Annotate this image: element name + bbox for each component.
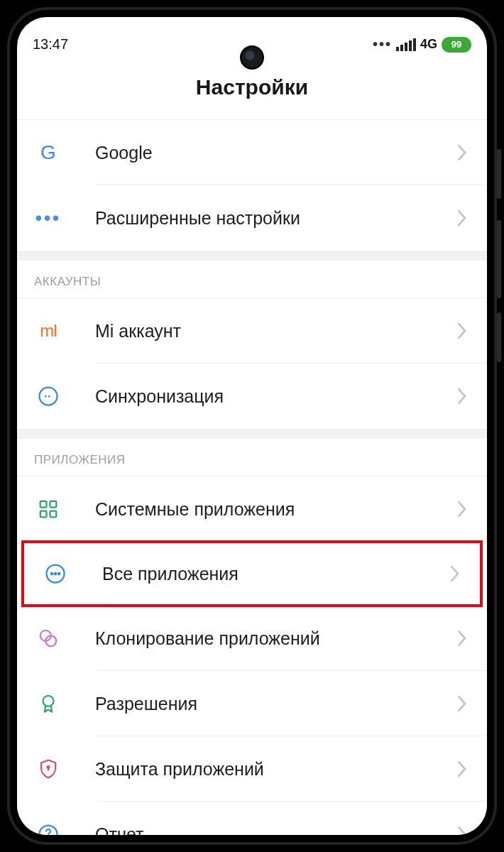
camera-cutout xyxy=(240,45,264,70)
row-label: Google xyxy=(95,143,451,163)
row-report[interactable]: Отчет xyxy=(17,802,487,835)
row-app-lock[interactable]: Защита приложений xyxy=(17,736,487,802)
side-button xyxy=(497,312,501,362)
svg-rect-3 xyxy=(40,511,47,518)
battery-icon: 99 xyxy=(442,37,471,53)
chevron-right-icon xyxy=(451,322,473,339)
row-label: Расширенные настройки xyxy=(95,208,451,229)
screen: 13:47 ••• 4G 99 Настройки G Google ••• xyxy=(17,17,487,835)
side-button xyxy=(497,149,501,199)
row-advanced-settings[interactable]: ••• Расширенные настройки xyxy=(17,185,487,251)
row-mi-account[interactable]: ml Mi аккаунт xyxy=(17,298,487,364)
svg-point-8 xyxy=(58,573,60,575)
row-all-apps[interactable]: Все приложения xyxy=(21,540,483,607)
section-header-accounts: АККАУНТЫ xyxy=(17,261,487,298)
row-label: Разрешения xyxy=(95,694,451,714)
side-button xyxy=(497,220,501,298)
row-clone-apps[interactable]: Клонирование приложений xyxy=(17,606,487,671)
row-label: Mi аккаунт xyxy=(95,321,451,342)
row-permissions[interactable]: Разрешения xyxy=(17,671,487,736)
chevron-right-icon xyxy=(451,388,473,405)
chevron-right-icon xyxy=(451,826,473,835)
status-time: 13:47 xyxy=(33,36,68,53)
more-horizontal-icon: ••• xyxy=(33,202,64,234)
network-label: 4G xyxy=(420,37,437,52)
chevron-right-icon xyxy=(451,501,473,518)
phone-frame: 13:47 ••• 4G 99 Настройки G Google ••• xyxy=(7,7,497,845)
chevron-right-icon xyxy=(444,565,466,582)
help-icon xyxy=(33,819,64,835)
svg-point-7 xyxy=(55,573,57,575)
status-right: ••• 4G 99 xyxy=(373,36,471,53)
row-label: Синхронизация xyxy=(95,386,451,407)
grid-icon xyxy=(33,493,64,525)
svg-rect-2 xyxy=(50,501,57,508)
row-label: Клонирование приложений xyxy=(95,628,451,649)
chevron-right-icon xyxy=(451,144,473,161)
badge-icon xyxy=(33,688,64,719)
row-label: Отчет xyxy=(95,824,451,836)
chevron-right-icon xyxy=(451,630,473,647)
mi-logo-icon: ml xyxy=(33,315,64,346)
svg-point-11 xyxy=(43,696,54,706)
svg-rect-4 xyxy=(50,511,57,518)
signal-icon xyxy=(396,38,416,51)
shield-icon xyxy=(33,753,64,785)
svg-point-12 xyxy=(48,766,50,768)
settings-list: G Google ••• Расширенные настройки АККАУ… xyxy=(17,120,487,835)
row-label: Системные приложения xyxy=(95,499,451,520)
more-dots-icon: ••• xyxy=(373,36,392,53)
clone-icon xyxy=(33,623,64,654)
all-apps-icon xyxy=(40,558,71,589)
row-google[interactable]: G Google xyxy=(17,120,487,185)
google-icon: G xyxy=(33,137,64,168)
sync-icon xyxy=(33,381,64,412)
row-sync[interactable]: Синхронизация xyxy=(17,364,487,429)
svg-point-6 xyxy=(51,573,53,575)
row-label: Защита приложений xyxy=(95,759,451,780)
section-header-apps: ПРИЛОЖЕНИЯ xyxy=(17,439,487,476)
chevron-right-icon xyxy=(451,209,473,226)
row-system-apps[interactable]: Системные приложения xyxy=(17,476,487,542)
svg-rect-1 xyxy=(40,501,47,508)
chevron-right-icon xyxy=(451,695,473,712)
row-label: Все приложения xyxy=(102,564,444,584)
chevron-right-icon xyxy=(451,760,473,777)
